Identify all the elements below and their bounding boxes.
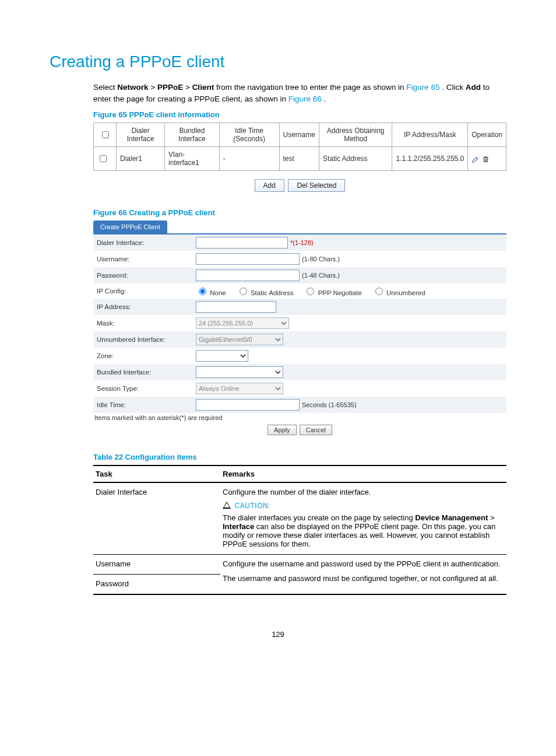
remark-line: Configure the number of the dialer inter… <box>223 488 504 496</box>
password-input[interactable] <box>196 270 300 281</box>
col-remarks: Remarks <box>220 466 506 482</box>
text: . Click <box>442 83 466 92</box>
remarks-auth: Configure the username and password used… <box>220 555 506 595</box>
radio-static[interactable] <box>240 288 247 295</box>
radio-unnumbered-label: Unnumbered <box>386 289 425 296</box>
radio-static-wrap[interactable]: Static Address <box>237 286 294 296</box>
radio-ppp-wrap[interactable]: PPP Negotiate <box>304 286 361 296</box>
remark-line: The username and password must be config… <box>223 574 504 583</box>
bold-device-management: Device Management <box>415 513 488 522</box>
bold-interface: Interface <box>223 522 254 531</box>
figure-66-caption: Figure 66 Creating a PPPoE client <box>93 208 506 217</box>
edit-icon[interactable] <box>471 155 481 163</box>
col-dialer: Dialer Interface <box>117 123 165 147</box>
radio-static-label: Static Address <box>251 289 294 296</box>
col-idle: Idle Time (Seconds) <box>219 123 279 147</box>
label-username: Username: <box>97 256 196 262</box>
cell-dialer: Dialer1 <box>117 147 165 171</box>
select-all-checkbox[interactable] <box>102 131 109 138</box>
text: . <box>324 94 326 103</box>
text: from the navigation tree to enter the pa… <box>216 83 406 92</box>
required-note: Items marked with an asterisk(*) are req… <box>93 413 506 422</box>
bundled-select[interactable] <box>196 366 283 378</box>
add-bold: Add <box>466 83 481 92</box>
unnumbered-select[interactable]: GigabitEthernet0/0 <box>196 334 283 345</box>
text: > <box>185 83 192 92</box>
col-username: Username <box>279 123 319 147</box>
radio-ppp[interactable] <box>307 288 314 295</box>
caution-body: The dialer interfaces you create on the … <box>223 513 504 548</box>
figure-66-link[interactable]: Figure 66 <box>288 94 322 103</box>
label-mask: Mask: <box>97 320 196 327</box>
apply-button[interactable]: Apply <box>268 425 297 435</box>
idle-time-input[interactable] <box>196 399 300 411</box>
text: > <box>150 83 157 92</box>
radio-unnumbered-wrap[interactable]: Unnumbered <box>372 286 425 296</box>
text: > <box>490 513 495 522</box>
session-type-select[interactable]: Always Online <box>196 383 283 394</box>
hint-idle: Seconds (1-65535) <box>302 401 357 408</box>
text: The dialer interfaces you create on the … <box>223 513 415 522</box>
username-input[interactable] <box>196 253 300 265</box>
radio-ppp-label: PPP Negotiate <box>318 289 362 296</box>
del-selected-button[interactable]: Del Selected <box>288 179 345 192</box>
task-dialer-interface: Dialer Interface <box>93 482 220 555</box>
remark-line: Configure the username and password used… <box>223 559 504 568</box>
col-operation: Operation <box>468 123 506 147</box>
ip-address-input[interactable] <box>196 301 276 313</box>
delete-icon[interactable] <box>482 155 490 163</box>
create-client-form: Dialer Interface: *(1-128) Username: (1-… <box>93 233 506 438</box>
label-session-type: Session Type: <box>97 385 196 392</box>
create-client-tab[interactable]: Create PPPoE Client <box>93 220 167 233</box>
cell-idle: - <box>219 147 279 171</box>
radio-none-wrap[interactable]: None <box>196 286 226 296</box>
cell-ipmask: 1.1.1.2/255.255.255.0 <box>392 147 468 171</box>
cell-bundled: Vlan-interface1 <box>165 147 220 171</box>
task-password: Password <box>93 575 220 595</box>
label-ipaddress: IP Address: <box>97 303 196 310</box>
hint-password: (1-48 Chars.) <box>302 272 340 279</box>
figure-65-link[interactable]: Figure 65 <box>406 83 439 92</box>
col-bundled: Bundled Interface <box>165 123 220 147</box>
label-dialer-interface: Dialer Interface: <box>97 239 196 246</box>
caution-triangle-icon <box>223 502 231 509</box>
dialer-interface-input[interactable] <box>196 237 288 249</box>
label-ipconfig: IP Config: <box>97 288 196 295</box>
text: Select <box>93 83 117 92</box>
label-zone: Zone: <box>97 352 196 359</box>
page-number: 129 <box>50 630 506 639</box>
table-row: Dialer1 Vlan-interface1 - test Static Ad… <box>94 147 506 171</box>
cell-method: Static Address <box>319 147 392 171</box>
col-ipmask: IP Address/Mask <box>392 123 468 147</box>
table-22-caption: Table 22 Configuration items <box>93 453 506 461</box>
nav-client: Client <box>192 83 214 92</box>
configuration-items-table: Task Remarks Dialer Interface Configure … <box>93 465 506 595</box>
hint-username: (1-80 Chars.) <box>302 256 340 262</box>
table-header-row: Dialer Interface Bundled Interface Idle … <box>94 123 506 147</box>
task-username: Username <box>93 555 220 575</box>
hint-dialer: *(1-128) <box>290 239 314 246</box>
remarks-dialer-interface: Configure the number of the dialer inter… <box>220 482 506 555</box>
radio-none[interactable] <box>199 288 206 295</box>
radio-unnumbered[interactable] <box>375 288 383 295</box>
row-checkbox[interactable] <box>100 155 107 162</box>
nav-pppoe: PPPoE <box>157 83 183 92</box>
figure-65-caption: Figure 65 PPPoE client information <box>93 110 506 119</box>
radio-none-label: None <box>210 289 226 296</box>
col-method: Address Obtaining Method <box>319 123 392 147</box>
mask-select[interactable]: 24 (255.255.255.0) <box>196 317 289 329</box>
text: can also be displayed on the PPPoE clien… <box>223 522 495 548</box>
zone-select[interactable] <box>196 350 248 362</box>
cell-username: test <box>279 147 319 171</box>
label-idle-time: Idle Time: <box>97 401 196 408</box>
page-title: Creating a PPPoE client <box>50 52 506 71</box>
intro-paragraph: Select Network > PPPoE > Client from the… <box>93 82 506 104</box>
label-bundled-if: Bundled Interface: <box>97 369 196 376</box>
cancel-button[interactable]: Cancel <box>300 425 332 435</box>
pppoe-client-list-table: Dialer Interface Bundled Interface Idle … <box>93 123 506 171</box>
caution-heading: CAUTION: <box>235 502 270 510</box>
label-password: Password: <box>97 272 196 279</box>
add-button[interactable]: Add <box>255 179 284 192</box>
nav-network: Network <box>117 83 148 92</box>
col-task: Task <box>93 466 220 482</box>
